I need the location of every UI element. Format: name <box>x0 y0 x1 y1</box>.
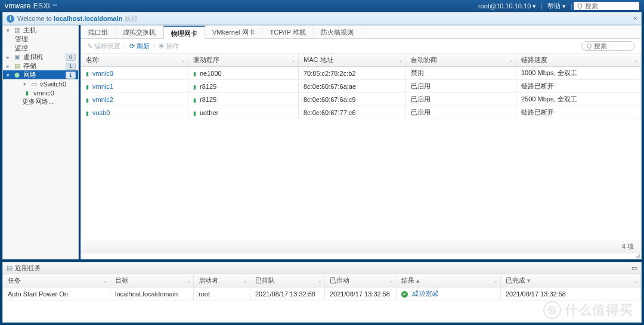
tab-vswitches[interactable]: 虚拟交换机 <box>116 26 163 38</box>
help-label: 帮助 <box>547 2 561 11</box>
pnic-icon <box>23 89 31 96</box>
expand-icon[interactable]: ▸ <box>5 54 11 60</box>
welcome-banner: i Welcome to localhost.localdomain 欢迎 × <box>2 12 642 25</box>
table-row[interactable]: vusb0uether8c:0e:60:67:77:c6已启用链路已断开 <box>81 106 641 119</box>
tasks-grid: 任务 目标 启动者 已排队 已启动 结果 已完成 Auto Start Powe… <box>3 274 641 322</box>
tcol-target[interactable]: 目标 <box>110 274 194 287</box>
grid-search[interactable]: Q <box>581 41 635 51</box>
tab-portgroups[interactable]: 端口组 <box>81 26 116 38</box>
recent-tasks-title: 近期任务 <box>15 264 41 273</box>
content-panel: 端口组 虚拟交换机 物理网卡 VMkernel 网卡 TCP/IP 堆栈 防火墙… <box>80 25 642 259</box>
recent-tasks-header[interactable]: ▤ 近期任务 ▭ <box>3 262 641 274</box>
refresh-button[interactable]: ⟳刷新 <box>129 42 150 51</box>
table-row[interactable]: vmnic0ne100070:85:c2:78:2c:b2禁用1000 Mbps… <box>81 67 641 80</box>
nav-vmnic0[interactable]: vmnic0 <box>3 88 78 97</box>
vm-icon <box>13 54 21 60</box>
cell-autoneg: 已启用 <box>406 80 516 92</box>
cell-driver: r8125 <box>200 83 216 90</box>
nav-more-networks[interactable]: 更多网络... <box>3 97 78 106</box>
brand-trademark: ™ <box>52 4 57 9</box>
pnic-name[interactable]: vusb0 <box>92 109 110 116</box>
col-autoneg[interactable]: 自动协商 <box>406 54 516 66</box>
edit-settings-button[interactable]: ✎编辑设置 <box>87 42 120 51</box>
cell-target: localhost.localdomain <box>110 287 194 300</box>
table-row[interactable]: vmnic1r81258c:0e:60:67:6a:ae已启用链路已断开 <box>81 80 641 93</box>
brand-product: ESXi <box>33 2 50 10</box>
col-driver[interactable]: 驱动程序 <box>188 54 299 66</box>
sort-asc-icon <box>416 277 420 284</box>
tcol-initiator[interactable]: 启动者 <box>194 274 250 287</box>
col-linkspeed[interactable]: 链路速度 <box>516 54 641 66</box>
cell-driver: uether <box>200 109 218 116</box>
cell-linkspeed: 2500 Mbps, 全双工 <box>516 93 641 106</box>
cell-autoneg: 已启用 <box>406 106 516 119</box>
pnic-name[interactable]: vmnic1 <box>92 83 113 90</box>
tab-firewall[interactable]: 防火墙规则 <box>314 26 361 38</box>
pnic-icon <box>86 109 91 116</box>
task-row[interactable]: Auto Start Power Onlocalhost.localdomain… <box>3 287 641 301</box>
close-icon[interactable]: × <box>633 14 637 23</box>
cell-autoneg: 已启用 <box>406 93 516 106</box>
count-badge: 0 <box>66 54 76 61</box>
tcol-queued[interactable]: 已排队 <box>250 274 325 287</box>
brand-vmware: vmware <box>5 2 31 10</box>
cell-driver: ne1000 <box>200 70 222 77</box>
cell-driver: r8125 <box>200 96 216 103</box>
tab-vmkernel-nics[interactable]: VMkernel 网卡 <box>205 26 263 38</box>
driver-icon <box>193 83 198 90</box>
switch-icon <box>30 81 38 87</box>
welcome-suffix: 欢迎 <box>125 14 138 23</box>
driver-icon <box>193 70 198 77</box>
refresh-icon: ⟳ <box>129 42 135 50</box>
tcol-task[interactable]: 任务 <box>3 274 110 287</box>
pnic-grid: 名称 驱动程序 MAC 地址 自动协商 链路速度 vmnic0ne100070:… <box>81 54 641 259</box>
success-icon <box>401 290 410 298</box>
search-icon: Q <box>587 42 592 49</box>
pnic-name[interactable]: vmnic2 <box>92 96 113 103</box>
global-search[interactable]: Q <box>574 2 639 10</box>
pnic-icon <box>86 83 91 90</box>
host-icon <box>13 27 21 33</box>
separator: | <box>540 2 544 10</box>
nav-manage[interactable]: 管理 <box>3 35 78 44</box>
table-row[interactable]: vmnic2r81258c:0e:60:67:6a:c9已启用2500 Mbps… <box>81 93 641 106</box>
grid-footer: 4 项 <box>81 240 641 253</box>
tcol-result[interactable]: 结果 <box>397 274 501 287</box>
cell-linkspeed: 1000 Mbps, 全双工 <box>516 67 641 79</box>
nav-host[interactable]: ▾ 主机 <box>3 26 78 35</box>
cell-queued: 2021/08/17 13:32:58 <box>250 287 325 300</box>
tab-physical-nics[interactable]: 物理网卡 <box>163 26 205 39</box>
nav-networking[interactable]: ▾ 网络 1 <box>3 70 78 79</box>
user-menu[interactable]: root@10.10.10.10 ▾ <box>475 2 540 10</box>
sort-desc-icon <box>527 277 531 284</box>
collapse-icon[interactable]: ▾ <box>22 81 27 87</box>
cell-result: 成功完成 <box>397 287 501 300</box>
help-menu[interactable]: 帮助 ▾ <box>544 2 569 11</box>
grid-search-input[interactable] <box>594 42 630 49</box>
collapse-icon[interactable]: ▾ <box>5 72 11 78</box>
cell-linkspeed: 链路已断开 <box>516 106 641 119</box>
tasks-body: Auto Start Power Onlocalhost.localdomain… <box>3 287 641 322</box>
nav-storage[interactable]: ▸ 存储 1 <box>3 61 78 70</box>
collapse-icon[interactable]: ▾ <box>5 27 11 33</box>
tcol-completed[interactable]: 已完成 <box>501 274 641 287</box>
col-name[interactable]: 名称 <box>81 54 188 66</box>
col-mac[interactable]: MAC 地址 <box>299 54 406 66</box>
welcome-host-link[interactable]: localhost.localdomain <box>54 15 123 22</box>
cell-task: Auto Start Power On <box>3 287 110 300</box>
actions-button[interactable]: ✱操作 <box>159 42 179 51</box>
expand-icon[interactable]: ▸ <box>5 63 11 69</box>
tasks-icon: ▤ <box>7 264 13 272</box>
nav-vswitch0[interactable]: ▾ vSwitch0 <box>3 79 78 88</box>
tab-tcpip[interactable]: TCP/IP 堆栈 <box>263 26 314 38</box>
nav-vms[interactable]: ▸ 虚拟机 0 <box>3 52 78 61</box>
pnic-name[interactable]: vmnic0 <box>92 70 113 77</box>
nav-monitor[interactable]: 监控 <box>3 44 78 52</box>
resize-handle[interactable] <box>81 253 641 259</box>
driver-icon <box>193 109 198 116</box>
info-icon: i <box>7 15 14 23</box>
separator: | <box>569 2 574 10</box>
global-search-input[interactable] <box>585 2 633 10</box>
tcol-started[interactable]: 已启动 <box>325 274 397 287</box>
collapse-icon[interactable]: ▭ <box>631 264 637 272</box>
